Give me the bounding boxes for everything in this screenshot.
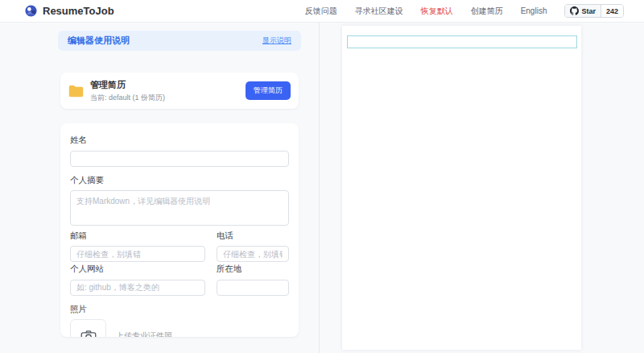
photo-upload-row: 上传专业证件照 xyxy=(70,319,289,338)
name-input[interactable] xyxy=(70,151,289,167)
brand-name: ResumeToJob xyxy=(43,5,114,17)
github-star-label: Star xyxy=(581,7,596,15)
editor-panel: 编辑器使用说明 显示说明 管理简历 当前: default (1 份简历) 管理… xyxy=(0,23,320,353)
summary-label: 个人摘要 xyxy=(70,175,289,186)
location-label: 所在地 xyxy=(217,264,289,275)
brand[interactable]: ResumeToJob xyxy=(24,4,114,18)
photo-upload-box[interactable] xyxy=(70,319,106,338)
email-label: 邮箱 xyxy=(70,230,205,242)
location-input[interactable] xyxy=(217,280,289,296)
resume-manager-info: 管理简历 当前: default (1 份简历) xyxy=(90,79,246,103)
summary-textarea[interactable] xyxy=(70,190,289,226)
photo-upload-hint: 上传专业证件照 xyxy=(116,330,172,337)
resume-manager-title: 管理简历 xyxy=(90,79,246,91)
editor-help-banner: 编辑器使用说明 显示说明 xyxy=(58,31,301,51)
email-input[interactable] xyxy=(70,246,205,262)
name-label: 姓名 xyxy=(70,135,289,146)
preview-panel xyxy=(320,23,644,353)
website-label: 个人网站 xyxy=(70,264,205,275)
editor-help-title: 编辑器使用说明 xyxy=(68,35,130,47)
nav-links: 反馈问题 寻求社区建设 恢复默认 创建简历 English Star 242 xyxy=(305,4,624,18)
main-content: 编辑器使用说明 显示说明 管理简历 当前: default (1 份简历) 管理… xyxy=(0,23,644,353)
show-instructions-link[interactable]: 显示说明 xyxy=(262,35,291,46)
phone-label: 电话 xyxy=(217,230,289,242)
nav-link-language[interactable]: English xyxy=(521,6,547,15)
phone-input[interactable] xyxy=(217,246,289,262)
resume-manager-card: 管理简历 当前: default (1 份简历) 管理简历 xyxy=(60,73,299,109)
github-octocat-icon xyxy=(570,6,579,15)
nav-link-feedback[interactable]: 反馈问题 xyxy=(305,6,337,17)
resume-form-card: 姓名 个人摘要 邮箱 电话 个人网站 所 xyxy=(60,123,299,337)
resume-manager-current: 当前: default (1 份简历) xyxy=(90,93,246,103)
nav-link-reset-default[interactable]: 恢复默认 xyxy=(421,6,453,17)
preview-name-placeholder xyxy=(347,35,577,48)
manage-resumes-button[interactable]: 管理简历 xyxy=(246,81,291,100)
resume-preview-page xyxy=(342,26,581,350)
logo-icon xyxy=(24,4,38,18)
navbar: ResumeToJob 反馈问题 寻求社区建设 恢复默认 创建简历 Englis… xyxy=(0,0,644,23)
nav-link-community[interactable]: 寻求社区建设 xyxy=(355,6,403,17)
folder-icon xyxy=(68,85,84,98)
website-input[interactable] xyxy=(70,280,205,296)
photo-label: 照片 xyxy=(70,304,289,315)
github-star-button[interactable]: Star 242 xyxy=(564,4,624,18)
nav-link-create-resume[interactable]: 创建简历 xyxy=(471,6,503,17)
github-star-count: 242 xyxy=(601,5,623,17)
camera-icon xyxy=(80,330,97,338)
